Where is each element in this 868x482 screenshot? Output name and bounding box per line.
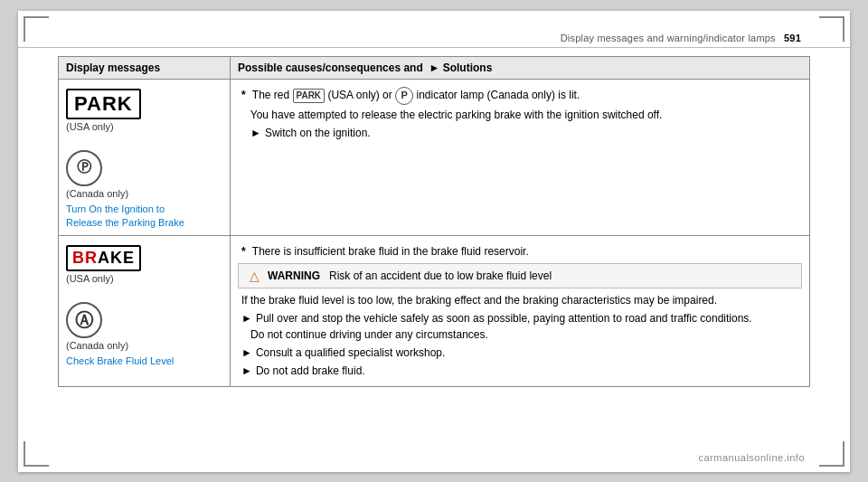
park-main-bullet: * The red PARK (USA only) or P indicator… xyxy=(238,87,802,105)
page-number: 591 xyxy=(784,33,801,43)
warning-box: △ WARNING Risk of an accident due to low… xyxy=(238,263,802,288)
park-usa-label: (USA only) xyxy=(66,121,222,132)
header-area: Display messages and warning/indicator l… xyxy=(561,33,801,43)
brake-action2: ►Consult a qualified specialist workshop… xyxy=(238,345,802,361)
park-canada-label: (Canada only) xyxy=(66,188,222,199)
header-divider xyxy=(18,47,850,48)
park-desc: You have attempted to release the electr… xyxy=(238,107,802,123)
brake-desc: If the brake fluid level is too low, the… xyxy=(238,292,802,308)
page-title-header: Display messages and warning/indicator l… xyxy=(561,33,776,43)
park-text-after: indicator lamp (Canada only) is lit. xyxy=(416,89,580,101)
table-row: PARK (USA only) Ⓟ (Canada only) Turn On … xyxy=(59,79,810,236)
table-row: BRAKE (USA only) Ⓐ (Canada only) Check B… xyxy=(59,236,810,387)
warning-text: Risk of an accident due to low brake flu… xyxy=(329,269,552,282)
park-right-cell: * The red PARK (USA only) or P indicator… xyxy=(231,79,810,236)
park-left-cell: PARK (USA only) Ⓟ (Canada only) Turn On … xyxy=(59,79,231,236)
brake-right-cell: * There is insufficient brake fluid in t… xyxy=(231,236,810,387)
corner-tl xyxy=(24,16,49,42)
brake-main-bullet: * There is insufficient brake fluid in t… xyxy=(238,243,802,260)
corner-tr xyxy=(819,16,844,42)
park-action: ►Switch on the ignition. xyxy=(238,125,802,141)
park-link[interactable]: Turn On the Ignition toRelease the Parki… xyxy=(66,203,222,231)
brake-link[interactable]: Check Brake Fluid Level xyxy=(66,354,222,368)
brake-usa-label: (USA only) xyxy=(66,273,222,284)
park-text-mid: (USA only) or xyxy=(327,89,395,101)
canada-p-icon: Ⓟ xyxy=(66,150,102,186)
park-circle-icon: P xyxy=(395,87,413,105)
main-table: Display messages Possible causes/consequ… xyxy=(58,56,810,388)
col2-header: Possible causes/consequences and ► Solut… xyxy=(231,56,810,79)
warning-label: WARNING xyxy=(268,269,320,282)
brake-action3: ►Do not add brake fluid. xyxy=(238,363,802,379)
warning-triangle-icon: △ xyxy=(246,268,262,284)
brake-excl-icon: Ⓐ xyxy=(66,302,102,338)
brake-left-cell: BRAKE (USA only) Ⓐ (Canada only) Check B… xyxy=(59,236,231,387)
brake-main-text: There is insufficient brake fluid in the… xyxy=(252,245,529,258)
brake-action1: ►Pull over and stop the vehicle safely a… xyxy=(238,310,802,343)
content-area: Display messages Possible causes/consequ… xyxy=(58,56,810,445)
park-text-before: The red xyxy=(252,89,293,101)
watermark: carmanualsonline.info xyxy=(698,452,805,463)
page: Display messages and warning/indicator l… xyxy=(18,11,850,472)
park-badge: PARK xyxy=(66,89,141,119)
park-inline-badge: PARK xyxy=(293,89,326,103)
brake-badge: BRAKE xyxy=(66,245,141,271)
corner-bl xyxy=(24,441,49,467)
col1-header: Display messages xyxy=(59,56,231,79)
brake-canada-label: (Canada only) xyxy=(66,340,222,351)
corner-br xyxy=(819,441,844,467)
